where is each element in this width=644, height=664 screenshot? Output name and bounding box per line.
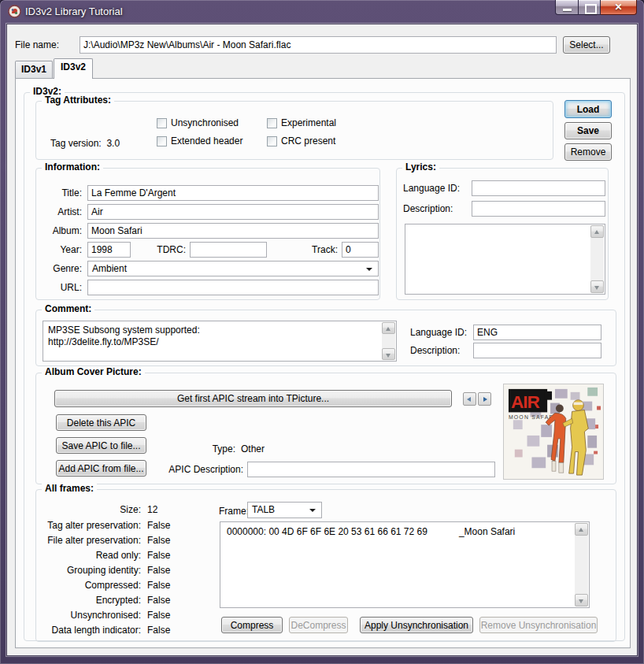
maximize-button[interactable] [579,0,601,15]
apic-description-label: APIC Description: [165,464,243,475]
lyrics-scrollbar[interactable] [590,225,604,293]
checkbox-crc-present[interactable]: CRC present [267,135,335,147]
year-field[interactable] [87,242,131,258]
lyrics-language-label: Language ID: [403,183,460,194]
checkbox-unsynchronised[interactable]: Unsynchronised [157,117,239,128]
checkbox-experimental[interactable]: Experimental [267,117,336,128]
tag-attributes-caption: Tag Attributes: [42,95,114,106]
frame-hex-viewer[interactable]: 0000000: 00 4D 6F 6F 6E 20 53 61 66 61 7… [220,521,590,608]
tab-id3v1[interactable]: ID3v1 [15,61,53,78]
crc-present-checkbox-label: CRC present [281,135,335,147]
comment-description-field[interactable] [473,343,601,358]
frame-combobox[interactable]: TALB [247,502,322,518]
hex-scrollbar[interactable] [575,523,588,607]
apic-description-field[interactable] [247,462,495,477]
tag-version-value: 3.0 [106,138,120,149]
artist-label: Artist: [43,206,82,217]
scroll-down-button[interactable] [382,348,395,360]
flag-label: Unsynchronised: [36,610,141,621]
track-label: Track: [301,244,338,255]
app-icon [8,5,21,18]
flag-label: Data length indicator: [36,625,141,636]
flag-label: Compressed: [36,580,141,591]
genre-combobox[interactable]: Ambient [87,261,379,276]
flag-value: False [147,580,170,591]
flag-value: False [147,595,170,606]
file-name-input[interactable] [80,36,557,54]
next-apic-button[interactable] [478,392,491,406]
hex-bytes: 0000000: 00 4D 6F 6F 6E 20 53 61 66 61 7… [227,526,427,537]
flag-value: False [147,550,170,561]
url-field[interactable] [87,280,379,295]
scroll-up-button[interactable] [575,523,588,536]
scroll-up-button[interactable] [382,322,395,334]
flag-value: False [147,535,170,546]
track-field[interactable] [342,242,379,258]
window-title: ID3v2 Library Tutorial [25,6,123,17]
minimize-button[interactable] [555,0,579,15]
comment-group: Comment: MP3SE Subsong system supported:… [35,310,616,366]
title-bar[interactable]: ID3v2 Library Tutorial [0,0,644,24]
lyrics-text-memo[interactable] [405,224,605,295]
scroll-down-button[interactable] [575,594,588,607]
flag-label: File alter preservation: [36,535,141,546]
experimental-checkbox-icon[interactable] [267,118,277,128]
comment-caption: Comment: [42,303,94,314]
flag-label: Grouping identity: [36,565,141,576]
comment-language-label: Language ID: [410,327,467,338]
add-apic-button[interactable]: Add APIC from file... [56,460,146,477]
album-cover-caption: Album Cover Picture: [42,366,145,377]
tag-version-label: Tag version: 3.0 [50,138,120,149]
tdrc-label: TDRC: [154,244,186,255]
tag-attributes-group: Tag Attributes: Unsynchronised Experimen… [35,101,553,160]
tab-id3v2[interactable]: ID3v2 [54,58,93,79]
flag-label: Read only: [36,550,141,561]
apply-unsynchronisation-button[interactable]: Apply Unsynchronisation [360,617,473,633]
flag-value: False [147,565,170,576]
apic-type-value: Other [241,443,265,454]
album-art-image: AIR MOON SAFARI [503,384,604,480]
scroll-down-button[interactable] [590,280,604,293]
compress-button[interactable]: Compress [221,617,283,633]
unsynchronised-checkbox-label: Unsynchronised [171,117,239,128]
lyrics-description-field[interactable] [472,201,605,217]
title-field[interactable] [87,185,379,201]
lyrics-description-label: Description: [403,203,453,214]
unsynchronised-checkbox-icon[interactable] [157,118,167,128]
album-field[interactable] [87,223,379,239]
save-apic-button[interactable]: Save APIC to file... [56,437,146,454]
scroll-up-button[interactable] [590,225,604,238]
artist-field[interactable] [87,204,379,220]
information-caption: Information: [42,161,103,172]
comment-memo[interactable]: MP3SE Subsong system supported: http://3… [43,321,397,362]
crc-present-checkbox-icon[interactable] [267,136,277,147]
flag-value: False [147,520,170,531]
year-label: Year: [43,244,82,255]
get-apic-button[interactable]: Get first APIC stream into TPicture... [54,390,452,407]
comment-language-field[interactable] [473,325,601,340]
lyrics-group: Lyrics: Language ID: Description: [396,168,609,300]
svg-text:AIR: AIR [511,392,540,412]
close-button[interactable] [601,0,637,15]
all-frames-caption: All frames: [42,483,97,494]
apic-type-label: Type: [178,443,235,454]
extended-header-checkbox-icon[interactable] [157,136,167,147]
genre-label: Genre: [43,263,82,274]
information-group: Information: Title: Artist: Album: Year:… [35,168,380,300]
delete-apic-button[interactable]: Delete this APIC [56,414,146,431]
tdrc-field[interactable] [190,242,267,258]
flag-value: False [147,610,170,621]
load-button[interactable]: Load [564,100,612,118]
checkbox-extended-header[interactable]: Extended header [157,135,242,147]
title-label: Title: [43,187,82,198]
remove-button[interactable]: Remove [564,143,612,161]
select-file-button[interactable]: Select... [563,36,610,54]
save-button[interactable]: Save [564,122,612,139]
dialog-client-area: File name: Select... ID3v1 ID3v2 ID3v2: … [6,24,638,656]
size-value: 12 [147,504,157,515]
id3v2-group: ID3v2: Tag Attributes: Unsynchronised Ex… [24,92,625,641]
previous-apic-button[interactable] [463,392,476,406]
lyrics-language-field[interactable] [472,180,605,196]
comment-scrollbar[interactable] [382,322,395,360]
flag-label: Encrypted: [36,595,141,606]
